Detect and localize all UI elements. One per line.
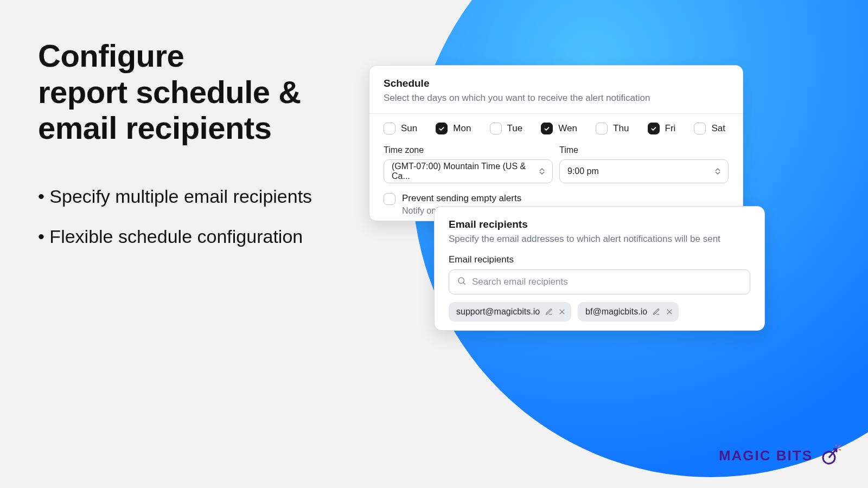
brand-icon <box>819 445 841 466</box>
day-tue[interactable]: Tue <box>490 123 523 134</box>
checkbox-fri[interactable] <box>648 123 660 134</box>
day-fri[interactable]: Fri <box>648 123 676 134</box>
svg-line-8 <box>835 445 837 446</box>
day-sat[interactable]: Sat <box>694 123 725 134</box>
day-wen[interactable]: Wen <box>541 123 577 134</box>
divider <box>369 113 743 114</box>
day-thu[interactable]: Thu <box>596 123 629 134</box>
time-value: 9:00 pm <box>567 166 599 176</box>
day-mon[interactable]: Mon <box>436 123 471 134</box>
email-card-title: Email recipients <box>449 219 750 230</box>
checkbox-sun[interactable] <box>384 123 395 134</box>
time-select[interactable]: 9:00 pm <box>559 159 729 183</box>
svg-line-1 <box>463 282 465 285</box>
schedule-title: Schedule <box>384 78 729 89</box>
day-label: Sun <box>401 123 417 134</box>
search-placeholder: Search email recipients <box>472 277 568 287</box>
hero-text: Configure report schedule & email recipi… <box>38 38 342 265</box>
close-icon[interactable] <box>558 308 566 316</box>
email-search-input[interactable]: Search email recipients <box>449 269 750 294</box>
day-label: Sat <box>711 123 725 134</box>
edit-icon[interactable] <box>545 308 553 316</box>
svg-line-9 <box>838 446 840 447</box>
close-icon[interactable] <box>666 308 673 316</box>
email-card-subtitle: Specify the email addresses to which ale… <box>449 234 750 245</box>
checkbox-sat[interactable] <box>694 123 706 134</box>
checkbox-wen[interactable] <box>541 123 553 134</box>
chip-text: support@magicbits.io <box>456 307 540 317</box>
checkbox-thu[interactable] <box>596 123 608 134</box>
svg-point-0 <box>458 278 464 284</box>
checkbox-tue[interactable] <box>490 123 502 134</box>
timezone-label: Time zone <box>384 145 553 155</box>
time-label: Time <box>559 145 729 155</box>
email-field-label: Email recipients <box>449 254 750 265</box>
day-sun[interactable]: Sun <box>384 123 417 134</box>
email-chip[interactable]: bf@magicbits.io <box>578 302 679 322</box>
schedule-card: Schedule Select the days on which you wa… <box>369 65 743 221</box>
chip-text: bf@magicbits.io <box>585 307 647 317</box>
bullet-2: • Flexible schedule configuration <box>38 224 342 248</box>
day-label: Mon <box>453 123 471 134</box>
email-chip[interactable]: support@magicbits.io <box>449 302 571 322</box>
day-label: Thu <box>613 123 629 134</box>
day-label: Tue <box>507 123 523 134</box>
schedule-subtitle: Select the days on which you want to rec… <box>384 93 729 104</box>
search-icon <box>457 276 467 288</box>
timezone-select[interactable]: (GMT-07:00) Mountain Time (US & Ca... <box>384 159 553 183</box>
checkbox-mon[interactable] <box>436 123 448 134</box>
prevent-empty-title: Prevent sending empty alerts <box>402 193 607 204</box>
headline-line-3: email recipients <box>38 110 342 146</box>
select-stepper-icon <box>539 168 545 175</box>
timezone-value: (GMT-07:00) Mountain Time (US & Ca... <box>392 162 539 181</box>
day-selector-row: Sun Mon Tue Wen Thu Fri <box>384 123 729 134</box>
select-stepper-icon <box>715 168 720 175</box>
brand-logo-text: MAGIC BITS <box>719 445 841 466</box>
bullet-1: • Specify multiple email recipients <box>38 184 342 208</box>
checkbox-prevent-empty[interactable] <box>384 193 395 205</box>
day-label: Fri <box>665 123 676 134</box>
email-recipients-card: Email recipients Specify the email addre… <box>434 206 765 331</box>
edit-icon[interactable] <box>653 308 660 316</box>
day-label: Wen <box>558 123 577 134</box>
svg-line-10 <box>839 450 841 450</box>
headline-line-2: report schedule & <box>38 74 342 111</box>
brand-name: MAGIC BITS <box>719 447 813 464</box>
headline-line-1: Configure <box>38 38 342 74</box>
